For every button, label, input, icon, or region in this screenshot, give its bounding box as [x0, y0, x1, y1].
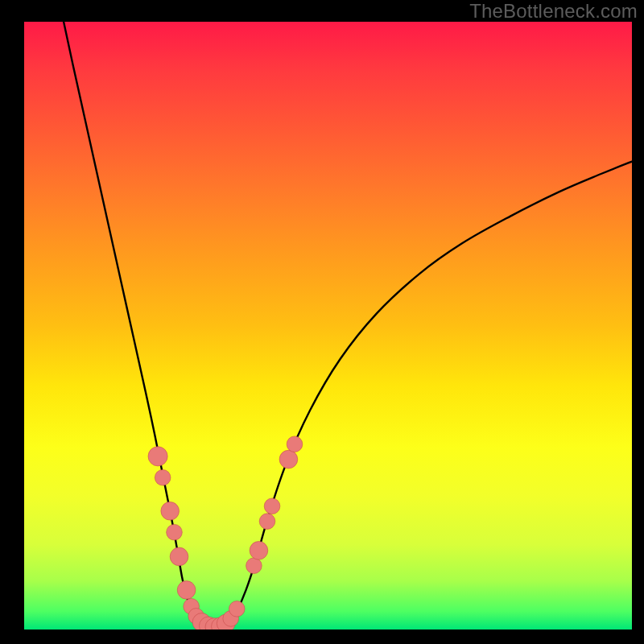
watermark-label: TheBottleneck.com — [469, 0, 638, 23]
chart-svg — [24, 22, 632, 630]
outer-frame: TheBottleneck.com — [0, 0, 644, 644]
curve-right-branch — [231, 162, 632, 622]
data-dot — [287, 436, 303, 452]
data-dots — [148, 436, 303, 630]
data-dot — [279, 450, 298, 469]
data-dot — [250, 542, 268, 560]
data-dot — [259, 514, 275, 530]
data-dot — [177, 581, 196, 600]
data-dot — [170, 547, 188, 566]
data-dot — [155, 469, 171, 485]
curve-group — [64, 22, 632, 629]
data-dot — [148, 447, 167, 466]
data-dot — [167, 524, 183, 540]
data-dot — [246, 558, 262, 574]
data-dot — [229, 601, 245, 617]
data-dot — [264, 498, 280, 514]
data-dot — [161, 502, 180, 520]
plot-area — [24, 22, 632, 630]
